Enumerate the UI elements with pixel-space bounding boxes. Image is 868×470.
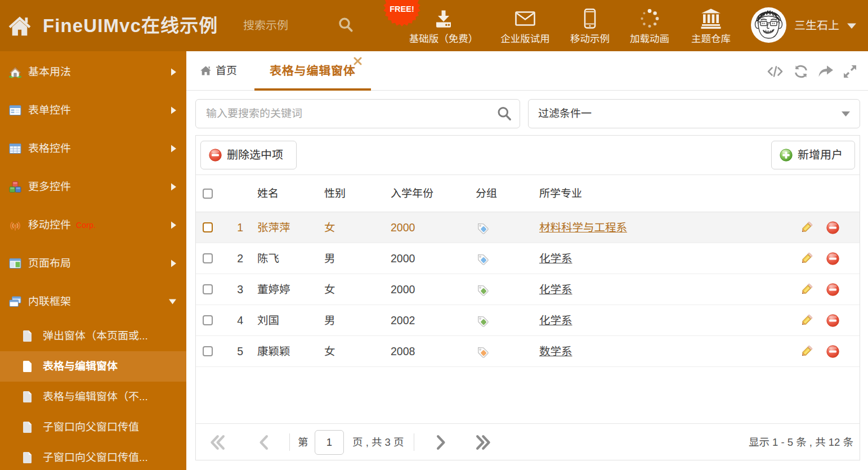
cell-gender: 女 xyxy=(324,212,335,243)
last-page-icon[interactable] xyxy=(476,435,491,450)
minus-circle-icon xyxy=(209,149,222,162)
select-all-checkbox[interactable] xyxy=(203,189,213,199)
cell-name: 张萍萍 xyxy=(257,212,290,243)
cell-major-link[interactable]: 化学系 xyxy=(539,305,572,335)
sidebar-item-mobile-controls[interactable]: 移动控件 Corp. xyxy=(0,206,186,244)
cell-year: 2000 xyxy=(391,274,415,305)
sidebar-item-label: 基本用法 xyxy=(28,53,71,91)
header-search-input[interactable]: 搜索示例 xyxy=(243,0,288,51)
header-search-icon[interactable] xyxy=(337,16,355,34)
first-page-icon[interactable] xyxy=(209,435,225,450)
tag-icon xyxy=(476,314,489,327)
edit-pencil-icon[interactable] xyxy=(800,314,813,327)
row-checkbox[interactable] xyxy=(203,315,213,325)
cell-name: 董婷婷 xyxy=(257,274,290,305)
code-icon[interactable] xyxy=(767,63,784,80)
tab-bar: 首页 表格与编辑窗体 xyxy=(186,51,868,91)
row-checkbox[interactable] xyxy=(203,253,213,263)
sidebar-subitem-grid-edit-window[interactable]: 表格与编辑窗体 xyxy=(0,351,186,382)
app-title[interactable]: FineUIMvc在线示例 xyxy=(43,0,218,51)
column-header-name[interactable]: 姓名 xyxy=(257,175,279,212)
refresh-icon[interactable] xyxy=(793,63,809,80)
cell-major-link[interactable]: 材料科学与工程系 xyxy=(539,212,627,243)
delete-row-icon[interactable] xyxy=(826,345,839,358)
delete-row-icon[interactable] xyxy=(826,221,839,234)
edit-pencil-icon[interactable] xyxy=(800,252,813,265)
tab-grid-edit-window[interactable]: 表格与编辑窗体 xyxy=(270,51,371,90)
sidebar-subitem-popup-window[interactable]: 弹出窗体（本页面或... xyxy=(0,321,186,351)
user-name[interactable]: 三生石上 xyxy=(794,0,839,51)
form-icon xyxy=(8,104,22,117)
next-page-icon[interactable] xyxy=(432,435,448,450)
column-header-major[interactable]: 所学专业 xyxy=(539,175,582,212)
tab-home-label: 首页 xyxy=(216,51,237,90)
table-row[interactable]: 3 董婷婷 女 2000 化学系 xyxy=(196,274,860,305)
page-label-prefix: 第 xyxy=(298,424,308,460)
row-number: 2 xyxy=(218,243,243,274)
sidebar-item-page-layout[interactable]: 页面布局 xyxy=(0,244,186,283)
row-checkbox[interactable] xyxy=(203,284,213,294)
filter-dropdown[interactable]: 过滤条件一 xyxy=(528,99,860,128)
chevron-down-icon xyxy=(168,299,177,305)
home-icon[interactable] xyxy=(7,14,32,38)
delete-selected-button[interactable]: 删除选中项 xyxy=(200,141,297,169)
tag-icon xyxy=(476,345,489,358)
page-number-input[interactable] xyxy=(315,430,344,455)
nav-item-enterprise-trial[interactable]: 企业版试用 xyxy=(489,0,562,51)
sidebar-subitem-label: 子窗口向父窗口传值... xyxy=(43,442,148,470)
cell-major-link[interactable]: 化学系 xyxy=(539,243,572,274)
tab-close-icon[interactable] xyxy=(354,57,362,65)
table-row[interactable]: 4 刘国 男 2002 化学系 xyxy=(196,305,860,336)
edit-pencil-icon[interactable] xyxy=(800,283,813,296)
sidebar-item-grid-controls[interactable]: 表格控件 xyxy=(0,129,186,168)
sidebar-subitem-label: 表格与编辑窗体（不... xyxy=(43,382,148,412)
column-header-group[interactable]: 分组 xyxy=(476,175,497,212)
sidebar-item-label: 内联框架 xyxy=(28,283,71,321)
nav-item-basic-edition[interactable]: 基础版（免费） xyxy=(407,0,480,51)
edit-pencil-icon[interactable] xyxy=(800,345,813,358)
house-icon xyxy=(8,65,22,79)
tag-icon xyxy=(476,283,489,296)
delete-row-icon[interactable] xyxy=(826,252,839,265)
add-button-label: 新增用户 xyxy=(798,141,843,169)
nav-item-label: 企业版试用 xyxy=(489,31,562,45)
sidebar-item-label: 页面布局 xyxy=(28,244,71,283)
row-checkbox[interactable] xyxy=(203,222,213,232)
nav-item-theme-store[interactable]: 主题仓库 xyxy=(674,0,748,51)
sidebar-item-iframe[interactable]: 内联框架 xyxy=(0,283,186,321)
sidebar-item-more-controls[interactable]: 更多控件 xyxy=(0,168,186,206)
column-header-gender[interactable]: 性别 xyxy=(324,175,346,212)
edit-pencil-icon[interactable] xyxy=(800,221,813,234)
table-row[interactable]: 1 张萍萍 女 2000 材料科学与工程系 xyxy=(196,212,860,243)
cell-major-link[interactable]: 化学系 xyxy=(539,274,572,305)
share-icon[interactable] xyxy=(817,63,834,80)
user-avatar[interactable] xyxy=(751,7,786,43)
sidebar-subitem-label: 表格与编辑窗体 xyxy=(43,351,118,382)
table-row[interactable]: 2 陈飞 男 2000 化学系 xyxy=(196,243,860,274)
sidebar-subitem-child-to-parent[interactable]: 子窗口向父窗口传值 xyxy=(0,412,186,442)
search-icon[interactable] xyxy=(496,105,513,122)
tag-icon xyxy=(476,252,489,265)
row-number: 1 xyxy=(218,212,243,243)
delete-row-icon[interactable] xyxy=(826,314,839,327)
cell-major-link[interactable]: 数学系 xyxy=(539,336,572,366)
sidebar-subitem-child-to-parent-2[interactable]: 子窗口向父窗口传值... xyxy=(0,442,186,470)
sidebar-item-label: 移动控件 xyxy=(28,206,71,244)
home-tab-icon xyxy=(200,65,212,77)
column-header-year[interactable]: 入学年份 xyxy=(391,175,433,212)
sidebar-item-form-controls[interactable]: 表单控件 xyxy=(0,91,186,129)
add-user-button[interactable]: 新增用户 xyxy=(771,141,855,169)
cell-year: 2008 xyxy=(391,336,415,366)
sidebar-item-basic-usage[interactable]: 基本用法 xyxy=(0,53,186,91)
expand-icon[interactable] xyxy=(842,63,858,80)
row-checkbox[interactable] xyxy=(203,346,213,356)
tab-home[interactable]: 首页 xyxy=(200,51,254,90)
sidebar-subitem-grid-edit-window-2[interactable]: 表格与编辑窗体（不... xyxy=(0,382,186,412)
keyword-search-input[interactable]: 输入要搜索的关键词 xyxy=(195,99,520,128)
delete-row-icon[interactable] xyxy=(826,283,839,296)
prev-page-icon[interactable] xyxy=(257,435,272,450)
grid-toolbar: 删除选中项 新增用户 xyxy=(196,136,860,175)
user-menu-caret-icon[interactable] xyxy=(847,23,857,29)
table-row[interactable]: 5 康颖颖 女 2008 数学系 xyxy=(196,336,860,367)
sidebar-item-label: 更多控件 xyxy=(28,168,71,206)
